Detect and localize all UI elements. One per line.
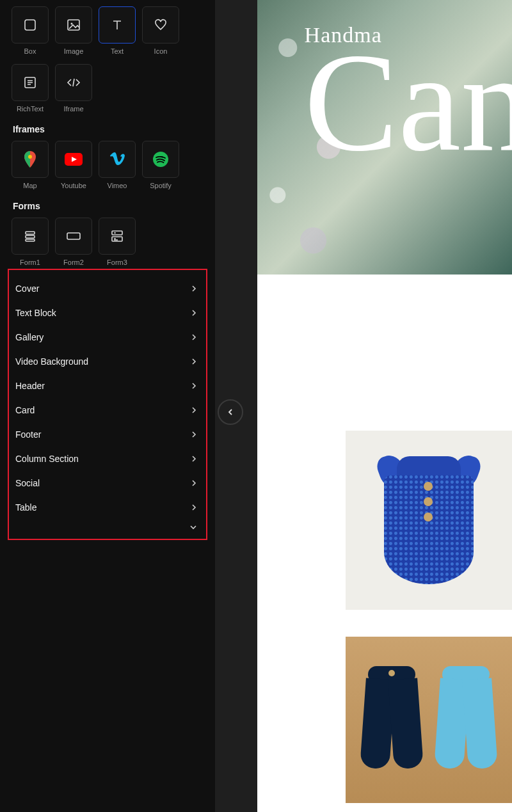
element-label: Text <box>111 47 124 55</box>
vimeo-icon <box>99 141 136 178</box>
element-label: RichText <box>17 105 44 113</box>
box-icon <box>12 6 49 44</box>
template-item-table[interactable]: Table <box>13 495 202 520</box>
iframe-label: Map <box>23 182 36 189</box>
chevron-right-icon <box>191 456 197 462</box>
preview-canvas[interactable]: Handma Can <box>257 0 512 812</box>
svg-rect-11 <box>112 231 122 235</box>
element-label: Box <box>24 47 36 55</box>
chevron-right-icon <box>191 431 197 438</box>
code-icon <box>55 64 92 101</box>
form-label: Form3 <box>107 259 127 266</box>
element-label: Iframe <box>63 105 83 113</box>
template-item-label: Card <box>15 405 35 415</box>
element-label: Icon <box>154 47 168 55</box>
product-image-dress <box>346 431 512 610</box>
svg-rect-10 <box>67 233 80 239</box>
form-label: Form1 <box>20 259 40 266</box>
chevron-right-icon <box>191 480 197 486</box>
iframe-label: Youtube <box>61 182 86 189</box>
template-item-social[interactable]: Social <box>13 471 202 495</box>
svg-rect-9 <box>26 239 35 241</box>
map-pin-icon <box>12 141 49 178</box>
chevron-right-icon <box>191 504 197 511</box>
product-image-pants <box>346 637 512 803</box>
section-title-iframes: Iframes <box>13 124 204 134</box>
template-item-label: Header <box>15 381 45 391</box>
hero-image: Handma Can <box>257 0 512 275</box>
form-form3[interactable]: Form3 <box>99 218 136 266</box>
iframe-label: Spotify <box>150 182 172 189</box>
image-icon <box>55 6 92 44</box>
template-item-label: Footer <box>15 429 41 440</box>
template-item-label: Social <box>15 478 40 488</box>
iframe-vimeo[interactable]: Vimeo <box>99 141 136 189</box>
iframe-spotify[interactable]: Spotify <box>142 141 179 189</box>
element-iframe[interactable]: Iframe <box>55 64 92 113</box>
template-item-cover[interactable]: Cover <box>13 276 202 301</box>
chevron-right-icon <box>191 383 197 389</box>
section-title-forms: Forms <box>13 201 204 211</box>
iframe-youtube[interactable]: Youtube <box>55 141 92 189</box>
chevron-right-icon <box>191 285 197 292</box>
hero-script: Can <box>305 60 512 145</box>
template-item-video-background[interactable]: Video Background <box>13 349 202 374</box>
richtext-icon <box>12 64 49 101</box>
templates-list-highlight: CoverText BlockGalleryVideo BackgroundHe… <box>8 269 207 540</box>
template-item-label: Text Block <box>15 308 56 318</box>
element-image[interactable]: Image <box>55 6 92 55</box>
template-item-label: Gallery <box>15 332 44 342</box>
template-item-label: Table <box>15 502 36 513</box>
svg-rect-7 <box>26 232 35 234</box>
heart-icon <box>142 6 179 44</box>
text-icon <box>99 6 136 44</box>
form-label: Form2 <box>63 259 84 266</box>
form1-icon <box>12 218 49 255</box>
template-item-card[interactable]: Card <box>13 398 202 422</box>
svg-rect-12 <box>112 237 122 241</box>
editor-sidebar: Box Image Text Icon <box>0 0 215 812</box>
chevron-right-icon <box>191 310 197 316</box>
iframe-map[interactable]: Map <box>12 141 49 189</box>
svg-rect-0 <box>25 20 35 30</box>
svg-rect-8 <box>26 235 35 238</box>
chevron-right-icon <box>191 358 197 365</box>
chevron-right-icon <box>191 334 197 340</box>
sidebar-gap <box>215 0 257 812</box>
template-item-label: Video Background <box>15 356 88 367</box>
chevron-right-icon <box>191 407 197 413</box>
chevron-down-icon[interactable] <box>189 523 197 531</box>
collapse-sidebar-button[interactable] <box>218 399 243 425</box>
form-form2[interactable]: Form2 <box>55 218 92 266</box>
spotify-icon <box>142 141 179 178</box>
form3-icon <box>99 218 136 255</box>
element-icon[interactable]: Icon <box>142 6 179 55</box>
template-item-header[interactable]: Header <box>13 374 202 398</box>
form-form1[interactable]: Form1 <box>12 218 49 266</box>
youtube-icon <box>55 141 92 178</box>
template-item-footer[interactable]: Footer <box>13 422 202 447</box>
template-item-text-block[interactable]: Text Block <box>13 301 202 325</box>
element-box[interactable]: Box <box>12 6 49 55</box>
forms-grid: Form1 Form2 Form3 <box>12 218 204 266</box>
template-item-label: Column Section <box>15 454 79 464</box>
hero-text: Handma Can <box>305 23 512 145</box>
iframes-grid: Map Youtube Vimeo Spotify <box>12 141 204 189</box>
elements-grid-row1: Box Image Text Icon <box>12 6 204 55</box>
elements-grid-row2: RichText Iframe <box>12 64 204 113</box>
template-item-column-section[interactable]: Column Section <box>13 447 202 471</box>
element-label: Image <box>64 47 84 55</box>
iframe-label: Vimeo <box>108 182 127 189</box>
svg-point-2 <box>71 23 73 25</box>
template-item-gallery[interactable]: Gallery <box>13 325 202 349</box>
svg-point-4 <box>28 155 32 159</box>
template-item-label: Cover <box>15 283 39 294</box>
element-richtext[interactable]: RichText <box>12 64 49 113</box>
form2-icon <box>55 218 92 255</box>
element-text[interactable]: Text <box>99 6 136 55</box>
